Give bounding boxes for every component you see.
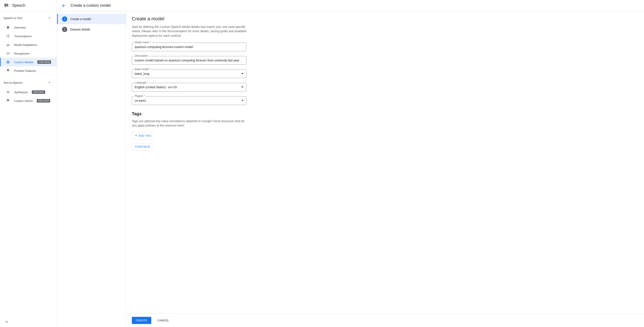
tags-title: Tags — [132, 111, 638, 116]
region-select[interactable]: us-east1 — [132, 96, 246, 105]
sidebar-item-transcriptions[interactable]: Transcriptions — [0, 32, 57, 41]
back-arrow-icon[interactable] — [61, 3, 66, 8]
section-header-text-to-speech[interactable]: Text-to-Speech — [0, 78, 57, 88]
svg-rect-9 — [6, 92, 7, 93]
sidebar-item-overview[interactable]: Overview — [0, 23, 57, 32]
preview-badge: PREVIEW — [32, 90, 46, 94]
sidebar-item-preview-features[interactable]: Preview Features — [0, 66, 57, 75]
cancel-button[interactable]: CANCEL — [155, 317, 172, 324]
nav-label: Preview Features — [14, 69, 36, 73]
step-dataset-details[interactable]: 2 Dataset details — [57, 24, 126, 35]
chevron-down-icon — [242, 87, 244, 88]
svg-rect-5 — [8, 44, 8, 46]
target-icon — [6, 60, 10, 64]
add-tag-button[interactable]: + ADD TAG — [132, 132, 154, 139]
step-number: 1 — [62, 17, 67, 22]
home-icon — [6, 25, 10, 30]
layers-icon — [6, 69, 10, 73]
description-input[interactable] — [132, 56, 246, 65]
nav-label: Model Adaptations — [14, 43, 37, 47]
field-label: Description — [134, 54, 149, 57]
product-title: Speech — [12, 3, 25, 8]
continue-button[interactable]: CONTINUE — [132, 143, 154, 150]
section-title: Text-to-Speech — [4, 81, 22, 84]
chevron-down-icon — [242, 73, 244, 74]
svg-rect-0 — [4, 4, 5, 7]
step-label: Create a model — [70, 17, 91, 21]
svg-rect-12 — [8, 91, 9, 93]
sidebar-item-synthesize[interactable]: Synthesize PREVIEW — [0, 88, 57, 97]
preview-badge: PREVIEW — [38, 60, 51, 64]
footer-actions: CREATE CANCEL — [126, 313, 644, 327]
svg-rect-6 — [9, 44, 9, 46]
svg-rect-4 — [7, 45, 7, 46]
sidebar-item-custom-voices[interactable]: Custom Voices PREVIEW — [0, 97, 57, 105]
sidebar-item-recognizers[interactable]: Recognizers — [0, 49, 57, 58]
sidebar-footer — [0, 317, 57, 327]
section-title: Speech-to-Text — [4, 17, 22, 20]
form-description: Start by defining the Custom Speech Mode… — [132, 25, 246, 38]
select-value: us-east1 — [135, 99, 146, 102]
content-header: Create a custom model — [57, 0, 644, 11]
main-area: Create a custom model 1 Create a model 2… — [57, 0, 644, 327]
list-icon — [6, 34, 10, 38]
form-title: Create a model — [132, 16, 638, 22]
form-area: Create a model Start by defining the Cus… — [126, 11, 644, 313]
sidebar-item-custom-models[interactable]: Custom Models PREVIEW — [0, 58, 57, 66]
button-label: CONTINUE — [135, 145, 150, 148]
field-label: Region * — [134, 95, 146, 98]
field-region: Region * us-east1 — [132, 96, 246, 105]
nav-label: Transcriptions — [14, 35, 32, 38]
sidebar-header: Speech — [0, 0, 57, 11]
sidebar-item-model-adaptations[interactable]: Model Adaptations — [0, 41, 57, 49]
step-create-a-model[interactable]: 1 Create a model — [57, 14, 126, 24]
tags-description: Tags are optional key-value annotations … — [132, 119, 246, 128]
layers-icon — [6, 99, 10, 103]
plus-icon: + — [135, 134, 137, 137]
nav-label: Custom Voices — [14, 99, 33, 103]
page-title: Create a custom model — [70, 3, 111, 8]
field-language: Language * English (United States) - en-… — [132, 83, 246, 92]
chevron-up-icon — [47, 16, 52, 21]
sidebar: Speech Speech-to-Text Overview Transcrip… — [0, 0, 57, 327]
collapse-sidebar-icon[interactable] — [5, 320, 9, 324]
svg-rect-1 — [6, 3, 6, 7]
button-label: ADD TAG — [138, 134, 151, 137]
nav-label: Overview — [14, 26, 26, 29]
section-header-speech-to-text[interactable]: Speech-to-Text — [0, 13, 57, 23]
create-button[interactable]: CREATE — [132, 317, 151, 324]
field-description: Description — [132, 56, 246, 65]
field-label: Language * — [134, 81, 149, 84]
select-value: latest_long — [135, 72, 149, 76]
nav-label: Custom Models — [14, 61, 34, 64]
step-label: Dataset details — [70, 28, 90, 31]
nav-label: Recognizers — [14, 52, 30, 55]
stacked-lines-icon — [6, 51, 10, 56]
svg-rect-11 — [8, 92, 8, 93]
waveform-icon — [6, 90, 10, 94]
field-label: Base model * — [134, 68, 151, 71]
chevron-up-icon — [47, 80, 52, 85]
svg-rect-2 — [6, 4, 7, 6]
field-model-name: Model name * — [132, 43, 246, 51]
chevron-down-icon — [242, 100, 244, 101]
bars-icon — [6, 43, 10, 47]
field-label: Model name * — [134, 41, 152, 44]
stepper-column: 1 Create a model 2 Dataset details — [57, 11, 126, 327]
svg-rect-13 — [9, 92, 10, 93]
preview-badge: PREVIEW — [37, 99, 50, 103]
svg-rect-3 — [8, 4, 8, 7]
select-value: English (United States) - en-US — [135, 85, 177, 89]
field-base-model: Base model * latest_long — [132, 69, 246, 78]
language-select[interactable]: English (United States) - en-US — [132, 83, 246, 92]
step-number: 2 — [62, 27, 67, 32]
svg-point-8 — [8, 62, 9, 63]
nav-label: Synthesize — [14, 91, 28, 94]
base-model-select[interactable]: latest_long — [132, 69, 246, 78]
svg-rect-10 — [7, 91, 8, 93]
model-name-input[interactable] — [132, 43, 246, 51]
speech-logo-icon — [4, 3, 9, 8]
